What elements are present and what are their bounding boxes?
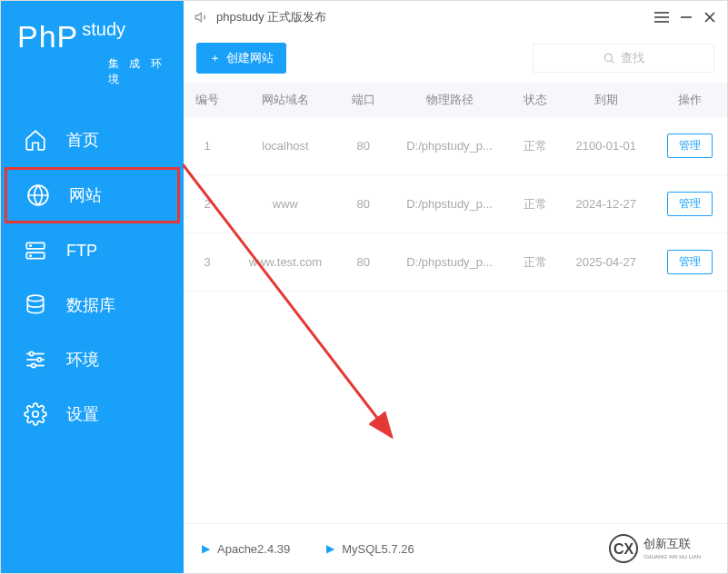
play-icon: ▶	[202, 542, 210, 555]
cell-status: 正常	[512, 175, 559, 233]
svg-point-10	[37, 358, 41, 361]
table-row: 1localhost80D:/phpstudy_p...正常2100-01-01…	[184, 117, 727, 175]
play-icon: ▶	[326, 542, 334, 555]
close-button[interactable]	[703, 11, 716, 24]
titlebar: phpstudy 正式版发布	[184, 1, 727, 34]
nav: 首页 网站 FTP 数据库	[1, 113, 184, 441]
search-icon	[603, 52, 615, 64]
logo-tagline: 集 成 环 境	[108, 56, 167, 87]
svg-text:CX: CX	[613, 541, 634, 557]
cell-port: 80	[340, 175, 387, 233]
status-apache[interactable]: ▶ Apache2.4.39	[202, 542, 290, 556]
plus-icon: ＋	[209, 50, 221, 66]
cell-status: 正常	[512, 117, 559, 175]
table-row: 2www80D:/phpstudy_p...正常2024-12-27管理	[184, 175, 727, 233]
logo: PhPstudy 集 成 环 境	[1, 1, 184, 104]
th-expire: 到期	[559, 83, 652, 117]
sidebar-item-ftp[interactable]: FTP	[1, 223, 184, 278]
svg-point-11	[32, 363, 35, 367]
cell-path: D:/phpstudy_p...	[387, 233, 512, 292]
globe-icon	[25, 183, 51, 208]
status-apache-label: Apache2.4.39	[217, 542, 290, 556]
site-table: 编号 网站域名 端口 物理路径 状态 到期 操作 1localhost80D:/…	[184, 83, 727, 292]
status-mysql-label: MySQL5.7.26	[342, 542, 414, 556]
cell-no: 3	[184, 233, 231, 292]
ftp-icon	[23, 238, 48, 263]
svg-line-21	[612, 61, 614, 64]
status-bar: ▶ Apache2.4.39 ▶ MySQL5.7.26 CX 创新互联 CHU…	[184, 523, 727, 573]
table-row: 3www.test.com80D:/phpstudy_p...正常2025-04…	[184, 233, 727, 292]
sidebar-item-label: 网站	[69, 184, 102, 206]
th-domain: 网站域名	[231, 83, 339, 117]
sidebar-item-site[interactable]: 网站	[5, 167, 180, 223]
cell-no: 1	[184, 117, 231, 175]
th-path: 物理路径	[387, 83, 512, 117]
search-input[interactable]: 查找	[533, 44, 714, 73]
logo-main: PhP	[17, 19, 78, 54]
svg-point-3	[30, 245, 31, 246]
sidebar: PhPstudy 集 成 环 境 首页 网站 FTP	[1, 1, 184, 573]
sidebar-item-label: FTP	[66, 242, 97, 261]
cell-domain: localhost	[231, 117, 339, 175]
cell-action: 管理	[653, 175, 727, 233]
manage-button[interactable]: 管理	[667, 250, 713, 274]
menu-icon[interactable]	[654, 11, 669, 24]
database-icon	[23, 292, 48, 318]
status-mysql[interactable]: ▶ MySQL5.7.26	[326, 542, 414, 556]
minimize-button[interactable]	[680, 11, 693, 24]
sidebar-item-home[interactable]: 首页	[1, 113, 184, 167]
toolbar: ＋ 创建网站 查找	[184, 34, 727, 83]
create-label: 创建网站	[226, 50, 274, 66]
svg-point-5	[27, 295, 43, 302]
sidebar-item-label: 设置	[66, 403, 99, 425]
manage-button[interactable]: 管理	[667, 192, 713, 216]
cell-action: 管理	[653, 117, 727, 175]
cell-no: 2	[184, 175, 231, 233]
cell-expire: 2100-01-01	[559, 117, 652, 175]
cell-path: D:/phpstudy_p...	[387, 117, 512, 175]
sidebar-item-env[interactable]: 环境	[1, 332, 184, 387]
window-controls	[654, 11, 716, 24]
cell-domain: www	[231, 175, 339, 233]
brand-logo: CX 创新互联 CHUANG XIN HU LIAN	[609, 533, 709, 564]
th-status: 状态	[512, 83, 559, 117]
svg-text:创新互联: 创新互联	[643, 537, 691, 550]
svg-point-12	[33, 411, 39, 418]
svg-point-9	[30, 351, 34, 355]
search-placeholder: 查找	[621, 50, 644, 66]
svg-point-4	[30, 255, 31, 256]
sliders-icon	[23, 347, 48, 372]
sidebar-item-label: 首页	[66, 129, 99, 151]
cell-action: 管理	[653, 233, 727, 292]
create-site-button[interactable]: ＋ 创建网站	[196, 43, 286, 74]
sidebar-item-settings[interactable]: 设置	[1, 387, 184, 441]
announce-text: phpstudy 正式版发布	[216, 9, 326, 25]
main: phpstudy 正式版发布 ＋ 创建网站	[184, 1, 727, 573]
cell-path: D:/phpstudy_p...	[387, 175, 512, 233]
svg-point-20	[604, 54, 612, 61]
cell-expire: 2024-12-27	[559, 175, 652, 233]
th-no: 编号	[184, 83, 231, 117]
sidebar-item-label: 环境	[66, 349, 99, 371]
svg-marker-13	[195, 13, 201, 21]
speaker-icon	[194, 10, 209, 25]
sidebar-item-label: 数据库	[66, 294, 115, 316]
sidebar-item-db[interactable]: 数据库	[1, 278, 184, 332]
cell-expire: 2025-04-27	[559, 233, 652, 292]
cell-port: 80	[340, 233, 387, 292]
cell-port: 80	[340, 117, 387, 175]
th-port: 端口	[340, 83, 387, 117]
svg-text:CHUANG XIN HU LIAN: CHUANG XIN HU LIAN	[643, 554, 701, 559]
home-icon	[23, 127, 48, 153]
manage-button[interactable]: 管理	[667, 134, 713, 158]
gear-icon	[23, 401, 48, 427]
cell-status: 正常	[512, 233, 559, 292]
cell-domain: www.test.com	[231, 233, 339, 292]
th-action: 操作	[653, 83, 727, 117]
logo-sub: study	[82, 19, 125, 39]
